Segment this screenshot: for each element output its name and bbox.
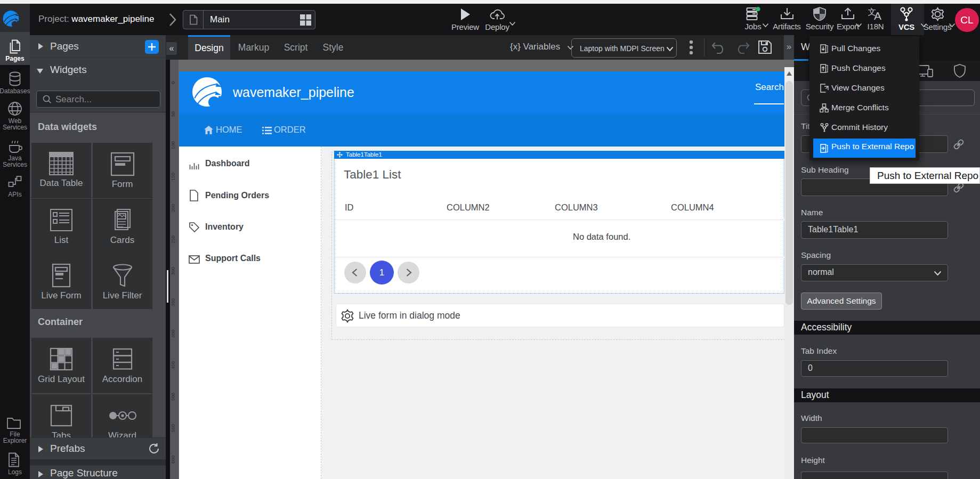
svg-text:A: A (874, 10, 881, 21)
